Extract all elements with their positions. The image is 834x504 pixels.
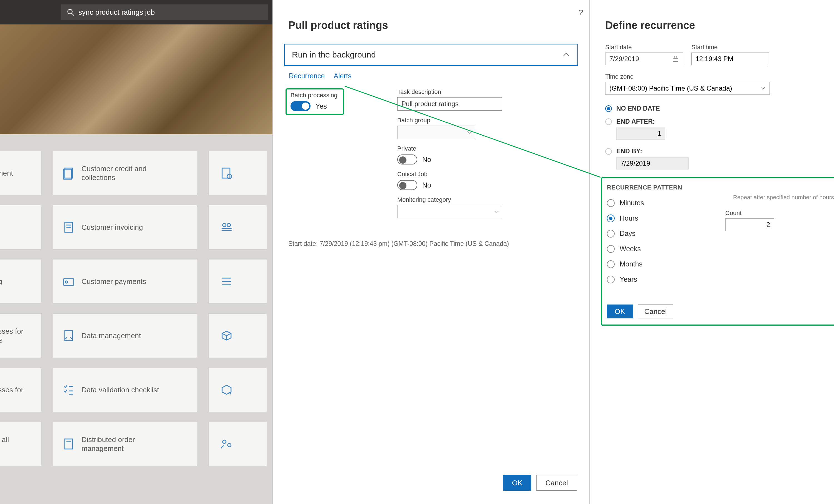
batch-group-select[interactable] — [397, 125, 475, 139]
box-arrow-icon — [220, 383, 233, 396]
unit-months-radio[interactable] — [607, 260, 615, 268]
chevron-down-icon — [494, 209, 499, 215]
svg-point-24 — [223, 440, 226, 443]
critical-value: No — [422, 181, 431, 189]
monitor-category-select[interactable] — [397, 205, 502, 219]
tile-col3-5[interactable] — [208, 422, 267, 466]
calendar-icon — [672, 55, 679, 62]
unit-years-label: Years — [620, 275, 637, 283]
count-input[interactable]: 2 — [725, 219, 774, 231]
tile-overview-companies[interactable]: verview - all nies — [0, 422, 42, 466]
pull-ratings-panel: ? Pull product ratings Run in the backgr… — [272, 0, 589, 504]
tile-planning[interactable]: t planning — [0, 259, 42, 304]
help-icon[interactable]: ? — [578, 8, 583, 17]
tile-col3-3[interactable] — [208, 314, 267, 358]
monitor-label: Monitoring category — [397, 196, 506, 203]
list-icon — [220, 275, 233, 288]
tile-col3-1[interactable] — [208, 205, 267, 250]
define-recurrence-panel: Define recurrence Start date 7/29/2019 S… — [589, 0, 834, 504]
tile-col3-0[interactable] — [208, 151, 267, 195]
tab-recurrence[interactable]: Recurrence — [289, 72, 325, 80]
private-value: No — [422, 156, 431, 164]
backdrop-workspace: management Customer credit and collectio… — [0, 24, 272, 504]
starttime-label: Start time — [692, 44, 769, 51]
tab-alerts[interactable]: Alerts — [334, 72, 351, 80]
search-icon — [67, 8, 74, 16]
private-toggle[interactable] — [397, 155, 417, 164]
startdate-input[interactable]: 7/29/2019 — [605, 52, 683, 65]
tile-processes-2[interactable]: ss processes for — [0, 368, 42, 412]
recurrence-title: Define recurrence — [605, 19, 834, 31]
unit-minutes-radio[interactable] — [607, 199, 615, 207]
recur-cancel-button[interactable]: Cancel — [638, 304, 673, 318]
invoice-icon — [62, 221, 75, 234]
recurrence-pattern-group: RECURRENCE PATTERN Repeat after specifie… — [601, 177, 834, 326]
svg-point-0 — [68, 9, 72, 14]
count-label: Count — [725, 209, 742, 216]
unit-weeks-label: Weeks — [620, 245, 641, 253]
chevron-up-icon — [563, 51, 570, 59]
critical-toggle[interactable] — [397, 180, 417, 190]
chevron-down-icon — [760, 86, 766, 91]
ok-button[interactable]: OK — [503, 475, 531, 491]
start-date-info: Start date: 7/29/2019 (12:19:43 pm) (GMT… — [288, 240, 509, 248]
unit-months-label: Months — [620, 260, 642, 268]
task-description-input[interactable] — [397, 97, 502, 111]
critical-label: Critical Job — [397, 170, 506, 178]
svg-rect-18 — [65, 330, 72, 341]
end-after-radio[interactable] — [605, 118, 612, 125]
svg-rect-26 — [673, 57, 678, 62]
unit-weeks-radio[interactable] — [607, 245, 615, 253]
tz-value: (GMT-08:00) Pacific Time (US & Canada) — [609, 85, 732, 92]
hero-image — [0, 24, 272, 134]
tile-grid: management Customer credit and collectio… — [0, 134, 272, 466]
svg-point-14 — [65, 281, 68, 283]
dom-icon — [62, 437, 75, 451]
task-label: Task description — [397, 88, 506, 96]
starttime-input[interactable]: 12:19:43 PM — [692, 52, 769, 65]
no-end-radio[interactable] — [605, 105, 612, 112]
tile-processes-resources[interactable]: ss processes for resources — [0, 314, 42, 358]
tile-data-validation[interactable]: Data validation checklist — [53, 368, 197, 412]
batch-toggle[interactable] — [290, 101, 310, 111]
unit-years-radio[interactable] — [607, 276, 615, 283]
tile-col3-2[interactable] — [208, 259, 267, 304]
search-text: sync product ratings job — [79, 8, 155, 17]
tile-management[interactable]: management — [0, 151, 42, 195]
form-right-column: Task description Batch group Private No … — [397, 88, 506, 225]
unit-hours-radio[interactable] — [607, 214, 615, 222]
no-end-label: NO END DATE — [616, 105, 660, 112]
tile-col3-4[interactable] — [208, 368, 267, 412]
recurrence-unit-list: Minutes Hours Days Weeks Months Years — [607, 199, 712, 291]
end-after-input[interactable]: 1 — [616, 128, 665, 140]
end-by-radio[interactable] — [605, 148, 612, 155]
unit-days-radio[interactable] — [607, 230, 615, 237]
starttime-value: 12:19:43 PM — [696, 55, 733, 63]
timezone-select[interactable]: (GMT-08:00) Pacific Time (US & Canada) — [605, 82, 770, 95]
search-box[interactable]: sync product ratings job — [61, 4, 268, 20]
end-by-input[interactable]: 7/29/2019 — [616, 157, 688, 169]
people-icon — [220, 221, 233, 234]
gear-doc-icon — [220, 166, 233, 180]
tile-customer-credit[interactable]: Customer credit and collections — [53, 151, 197, 195]
tz-label: Time zone — [605, 73, 634, 80]
cancel-button[interactable]: Cancel — [536, 475, 577, 491]
tile-dom[interactable]: Distributed order management — [53, 422, 197, 466]
svg-point-25 — [228, 443, 231, 447]
section-label: Run in the background — [292, 50, 376, 60]
end-after-label: END AFTER: — [616, 118, 655, 125]
pattern-title: RECURRENCE PATTERN — [607, 184, 834, 191]
unit-minutes-label: Minutes — [620, 199, 644, 207]
tile-customer-payments[interactable]: Customer payments — [53, 259, 197, 304]
tile-ts[interactable]: ts — [0, 205, 42, 250]
tile-data-management[interactable]: Data management — [53, 314, 197, 358]
svg-rect-4 — [222, 168, 230, 178]
end-by-label: END BY: — [616, 147, 642, 155]
box-icon — [220, 329, 233, 342]
recur-ok-button[interactable]: OK — [607, 304, 633, 318]
people2-icon — [220, 437, 233, 451]
checklist-icon — [62, 383, 75, 396]
run-in-background-section[interactable]: Run in the background — [284, 44, 578, 66]
tile-customer-invoicing[interactable]: Customer invoicing — [53, 205, 197, 250]
section-tabs: Recurrence Alerts — [289, 72, 589, 80]
